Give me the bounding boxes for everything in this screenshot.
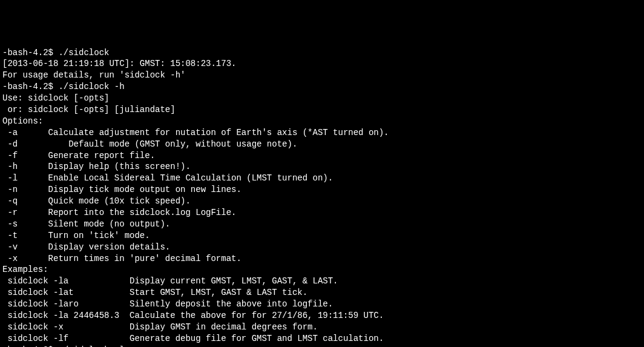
terminal-line: sidclock -la Display current GMST, LMST,… xyxy=(2,276,642,287)
terminal-line: -t Turn on 'tick' mode. xyxy=(2,230,642,242)
terminal-line: -bash-4.2$ ./sidclock -h xyxy=(2,81,642,93)
terminal-line: sidclock -x Display GMST in decimal degr… xyxy=(2,322,642,333)
terminal-line: -bash-4.2$ ./sidclock xyxy=(2,47,642,59)
terminal-line: sidclock -lat Start GMST, LMST, GAST & L… xyxy=(2,287,642,299)
terminal-line: -s Silent mode (no output). xyxy=(2,219,642,230)
terminal-line: Options: xyxy=(2,116,642,127)
terminal-line: -h Display help (this screen!). xyxy=(2,161,642,173)
terminal-line: -q Quick mode (10x tick speed). xyxy=(2,196,642,207)
terminal-line: Use: sidclock [-opts] xyxy=(2,93,642,104)
terminal-line: -l Enable Local Sidereal Time Calculatio… xyxy=(2,173,642,184)
terminal-line: or: sidclock [-opts] [juliandate] xyxy=(2,104,642,116)
terminal-line: -bash-4.2$ ./sidclock -lax xyxy=(2,345,642,347)
terminal-line: For usage details, run 'sidclock -h' xyxy=(2,70,642,81)
terminal-line: -f Generate report file. xyxy=(2,150,642,162)
terminal-line: -r Report into the sidclock.log LogFile. xyxy=(2,207,642,219)
terminal-line: -n Display tick mode output on new lines… xyxy=(2,184,642,196)
terminal-line: Examples: xyxy=(2,264,642,276)
terminal-line: sidclock -laro Silently deposit the abov… xyxy=(2,299,642,310)
terminal-line: sidclock -lf Generate debug file for GMS… xyxy=(2,333,642,345)
terminal-line: -v Display version details. xyxy=(2,242,642,253)
terminal-line: -a Calculate adjustment for nutation of … xyxy=(2,127,642,139)
terminal-output[interactable]: -bash-4.2$ ./sidclock[2013-06-18 21:19:1… xyxy=(2,47,642,347)
terminal-line: -x Return times in 'pure' decimal format… xyxy=(2,253,642,265)
terminal-line: sidclock -la 2446458.3 Calculate the abo… xyxy=(2,310,642,322)
terminal-line: -d Default mode (GMST only, without usag… xyxy=(2,139,642,150)
terminal-line: [2013-06-18 21:19:18 UTC]: GMST: 15:08:2… xyxy=(2,58,642,70)
